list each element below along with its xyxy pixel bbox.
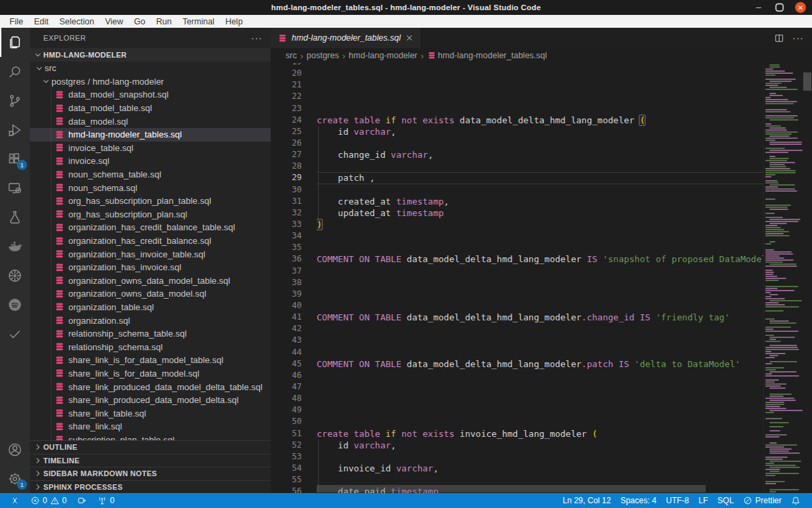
activity-accounts-icon[interactable]: [0, 435, 30, 464]
activity-spotify-icon[interactable]: [0, 290, 30, 319]
breadcrumb-item[interactable]: hmd-lang-modeler: [348, 51, 417, 60]
activity-source-control-icon[interactable]: [0, 86, 30, 115]
activity-todo-check-icon[interactable]: [0, 319, 30, 348]
file-row[interactable]: organization_table.sql: [30, 301, 271, 314]
file-row[interactable]: organization_has_invoice.sql: [30, 261, 271, 274]
minimize-button[interactable]: –: [753, 2, 764, 13]
ports-icon[interactable]: [72, 496, 91, 505]
menu-go[interactable]: Go: [129, 15, 151, 28]
status-language[interactable]: SQL: [713, 496, 738, 505]
minimap-line: [769, 461, 801, 462]
file-row[interactable]: noun_schema_table.sql: [30, 168, 271, 182]
status-indentation[interactable]: Spaces: 4: [616, 496, 661, 505]
file-row[interactable]: share_link.sql: [30, 420, 271, 433]
file-row[interactable]: organization_owns_data_model.sql: [30, 287, 271, 301]
minimap-line: [765, 326, 791, 328]
line-number: 28: [271, 161, 317, 172]
tree-root-hmd-lang-modeler[interactable]: HMD-LANG-MODELER: [30, 48, 271, 62]
split-editor-icon[interactable]: [774, 33, 784, 43]
minimap-line: [764, 121, 803, 123]
folder-row[interactable]: src: [30, 62, 271, 75]
minimap-line: [765, 235, 790, 236]
activity-explorer-icon[interactable]: [0, 28, 30, 57]
status-formatter[interactable]: Prettier: [738, 496, 786, 505]
tab-close-icon[interactable]: [405, 33, 414, 43]
activity-extensions-icon[interactable]: 1: [0, 144, 30, 173]
maximize-button[interactable]: [774, 2, 785, 13]
menu-selection[interactable]: Selection: [54, 15, 99, 28]
file-row[interactable]: organization.sql: [30, 314, 271, 327]
minimap-line: [769, 410, 803, 411]
minimap-line: [764, 440, 803, 442]
activity-search-icon[interactable]: [0, 57, 30, 86]
activity-testing-icon[interactable]: [0, 203, 30, 232]
section-label: SIDEBAR MARKDOWN NOTES: [43, 469, 157, 478]
minimap-line: [769, 452, 800, 454]
breadcrumb-item[interactable]: hmd-lang-modeler_tables.sql: [427, 51, 547, 60]
minimap-line: [765, 140, 775, 141]
activity-kubernetes-icon[interactable]: [0, 261, 30, 290]
file-row[interactable]: data_model_snapshot.sql: [30, 88, 271, 102]
status-line-col[interactable]: Ln 29, Col 12: [558, 496, 616, 505]
minimap-line: [765, 475, 775, 476]
menu-view[interactable]: View: [99, 15, 129, 28]
file-row[interactable]: invoice_table.sql: [30, 142, 271, 155]
close-button[interactable]: ✕: [795, 2, 806, 13]
line-content: [317, 300, 763, 312]
file-row[interactable]: share_link_is_for_data_model_table.sql: [30, 354, 271, 367]
minimap-line: [769, 150, 803, 151]
file-row[interactable]: subscription_plan_table.sql: [30, 433, 271, 440]
more-actions-icon[interactable]: ···: [792, 33, 804, 43]
section-sphinx-processes[interactable]: SPHINX PROCESSES: [30, 480, 271, 494]
section-timeline[interactable]: TIMELINE: [30, 454, 271, 467]
file-row[interactable]: organization_has_credit_balance_table.sq…: [30, 221, 271, 234]
file-row[interactable]: org_has_subscription_plan_table.sql: [30, 194, 271, 208]
horizontal-scrollbar[interactable]: [317, 485, 706, 492]
file-row[interactable]: organization_has_credit_balance.sql: [30, 234, 271, 248]
broadcast-status[interactable]: 0: [93, 496, 119, 505]
menu-terminal[interactable]: Terminal: [177, 15, 220, 28]
breadcrumb-item[interactable]: postgres: [307, 51, 339, 60]
line-content: id varchar,: [317, 440, 763, 451]
file-row[interactable]: invoice.sql: [30, 154, 271, 168]
file-row[interactable]: share_link_produced_data_model_delta.sql: [30, 394, 271, 407]
activity-settings-icon[interactable]: 1: [0, 464, 30, 493]
menu-file[interactable]: File: [4, 15, 28, 28]
file-row[interactable]: data_model_table.sql: [30, 102, 271, 115]
file-row[interactable]: org_has_subscription_plan.sql: [30, 208, 271, 221]
file-row[interactable]: data_model.sql: [30, 114, 271, 128]
file-row[interactable]: share_link_is_for_data_model.sql: [30, 367, 271, 381]
problems-status[interactable]: 0 0: [26, 496, 71, 505]
section-outline[interactable]: OUTLINE: [30, 440, 271, 454]
file-row[interactable]: organization_owns_data_model_table.sql: [30, 274, 271, 288]
tab-hmd-lang-modeler-tables[interactable]: hmd-lang-modeler_tables.sql: [271, 28, 422, 48]
sidebar-actions-icon[interactable]: ···: [251, 33, 263, 43]
menu-help[interactable]: Help: [220, 15, 248, 28]
code-editor[interactable]: 192021222324create table if not exists d…: [271, 63, 812, 493]
menu-run[interactable]: Run: [151, 15, 177, 28]
menu-edit[interactable]: Edit: [28, 15, 54, 28]
minimap[interactable]: [763, 63, 803, 493]
file-row[interactable]: organization_has_invoice_table.sql: [30, 247, 271, 261]
breadcrumb-item[interactable]: src: [286, 51, 297, 60]
file-row[interactable]: share_link_table.sql: [30, 406, 271, 420]
file-row[interactable]: noun_schema.sql: [30, 181, 271, 194]
file-label: org_has_subscription_plan_table.sql: [68, 196, 211, 206]
status-eol[interactable]: LF: [694, 496, 713, 505]
activity-docker-icon[interactable]: [0, 232, 30, 261]
folder-row[interactable]: postgres / hmd-lang-modeler: [30, 75, 271, 89]
notifications-bell-icon[interactable]: [786, 496, 805, 505]
activity-remote-explorer-icon[interactable]: [0, 173, 30, 203]
minimap-line: [769, 162, 795, 163]
file-row[interactable]: share_link_produced_data_model_delta_tab…: [30, 380, 271, 394]
file-row[interactable]: relationship_schema_table.sql: [30, 327, 271, 341]
file-row[interactable]: relationship_schema.sql: [30, 340, 271, 354]
vertical-scrollbar[interactable]: [803, 72, 811, 91]
remote-indicator-icon[interactable]: [5, 496, 24, 505]
file-row[interactable]: hmd-lang-modeler_tables.sql: [30, 128, 271, 142]
activity-run-and-debug-icon[interactable]: [0, 115, 30, 144]
status-encoding[interactable]: UTF-8: [661, 496, 694, 505]
minimap-line: [765, 85, 778, 86]
line-content: [317, 184, 763, 196]
section-sidebar-markdown-notes[interactable]: SIDEBAR MARKDOWN NOTES: [30, 467, 271, 480]
